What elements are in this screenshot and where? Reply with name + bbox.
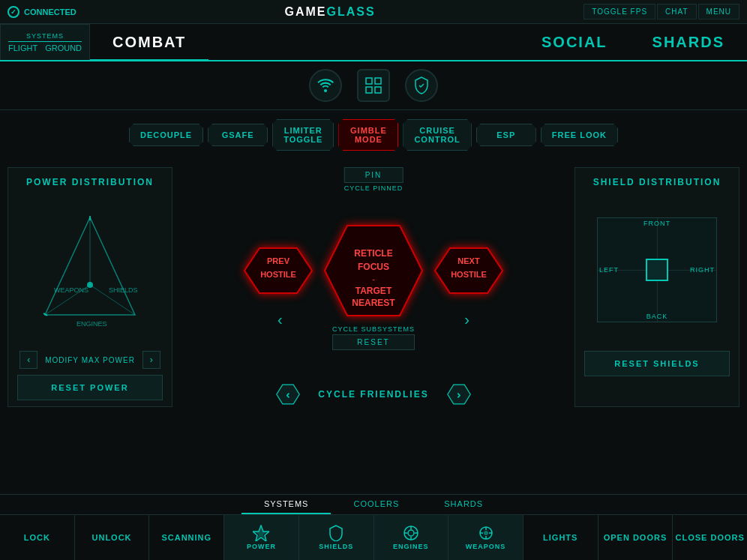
lights-label: LIGHTS [543,533,578,542]
engines-icon [403,525,419,541]
bottom-actions-row: LOCK UNLOCK SCANNING POWER SHIELDS ENGIN… [0,515,747,560]
cycle-subsystems-area: CYCLE SUBSYSTEMS RESET [332,325,415,350]
cycle-friendlies-label: CYCLE FRIENDLIES [318,389,428,400]
svg-text:NEXT: NEXT [458,256,480,265]
prev-hostile-hex[interactable]: PREV HOSTILE [237,244,320,297]
cruise-control-button[interactable]: CRUISECONTROL [403,119,471,151]
pin-button[interactable]: PIN [344,167,404,183]
mode-buttons-row: DECOUPLE GSAFE LIMITERTOGGLE GIMBLEMODE … [0,110,747,160]
power-label: POWER [247,543,276,550]
svg-text:RETICLE: RETICLE [354,248,392,259]
svg-text:HOSTILE: HOSTILE [451,270,487,279]
center-panel: PIN CYCLE PINNED ‹ › PREV HOSTILE RETICL… [180,167,567,407]
svg-rect-1 [375,78,381,84]
modify-power-row: ‹ MODIFY MAX POWER › [17,351,163,369]
tab-systems[interactable]: SYSTEMS [242,495,332,514]
nav-combat[interactable]: COMBAT [90,24,208,60]
svg-rect-0 [366,78,372,84]
lights-button[interactable]: LIGHTS [524,515,598,560]
unlock-button[interactable]: UNLOCK [75,515,150,560]
connected-label: CONNECTED [24,7,76,16]
modify-power-right-button[interactable]: › [142,351,160,369]
chat-button[interactable]: CHAT [657,4,696,19]
nav-shards[interactable]: SHARDS [630,24,747,60]
modify-power-left-button[interactable]: ‹ [20,351,38,369]
cycle-pinned-label: CYCLE PINNED [344,184,404,192]
svg-text:FOCUS: FOCUS [358,262,389,272]
svg-text:SHIELDS: SHIELDS [109,286,138,294]
connected-badge: CONNECTED [8,6,76,18]
reset-shields-button[interactable]: RESET SHIELDS [584,351,730,376]
free-look-button[interactable]: FREE LOOK [541,124,618,146]
open-doors-button[interactable]: OPEN DOORS [598,515,674,560]
svg-text:WEAPONS: WEAPONS [54,286,88,294]
next-hostile-hex[interactable]: NEXT HOSTILE [428,244,510,297]
weapons-icon-button[interactable]: WEAPONS [448,515,524,560]
shields-icon-button[interactable]: SHIELDS [299,515,374,560]
lock-button[interactable]: LOCK [0,515,75,560]
shield-left-label: LEFT [599,266,619,274]
shields-label: SHIELDS [319,543,353,550]
svg-text:PREV: PREV [267,256,290,265]
reset-power-button[interactable]: RESET POWER [17,375,163,400]
icons-row [0,61,747,110]
shield-grid[interactable]: FRONT BACK LEFT RIGHT [597,217,717,322]
shield-panel-title: SHIELD DISTRIBUTION [584,177,730,187]
nav-social[interactable]: SOCIAL [519,24,630,60]
shields-icon [328,525,344,541]
lock-label: LOCK [24,533,50,542]
limiter-toggle-button[interactable]: LIMITERTOGGLE [272,119,334,151]
shield-right-label: RIGHT [690,266,715,274]
reset-targeting-button[interactable]: RESET [332,334,415,350]
svg-text:ENGINES: ENGINES [76,320,107,328]
connected-icon [8,6,20,18]
cycle-friendlies-left-button[interactable]: ‹ [273,382,303,407]
weapons-label: WEAPONS [466,543,506,550]
shield-front-label: FRONT [644,220,670,227]
close-doors-button[interactable]: CLOSE DOORS [673,515,747,560]
top-bar: CONNECTED GAMEGLASS TOGGLE FPS CHAT MENU [0,0,747,24]
power-button[interactable]: POWER [224,515,299,560]
tab-coolers[interactable]: COOLERS [331,495,422,514]
cycle-subsystems-label: CYCLE SUBSYSTEMS [332,325,415,333]
nav-ground[interactable]: GROUND [45,43,82,52]
power-panel-title: POWER DISTRIBUTION [17,177,163,187]
open-doors-label: OPEN DOORS [604,533,668,542]
grid-icon-button[interactable] [357,69,390,102]
decouple-button[interactable]: DECOUPLE [129,124,203,146]
scanning-button[interactable]: SCANNING [149,515,224,560]
shield-panel: SHIELD DISTRIBUTION FRONT BACK LEFT RIGH… [574,167,740,407]
svg-rect-3 [375,87,381,93]
engines-icon-button[interactable]: ENGINES [374,515,449,560]
tab-shards[interactable]: SHARDS [422,495,506,514]
modify-power-label: MODIFY MAX POWER [45,356,135,364]
targeting-system: PIN CYCLE PINNED ‹ › PREV HOSTILE RETICL… [231,167,516,374]
cycle-friendlies-row: ‹ CYCLE FRIENDLIES › [273,382,473,407]
shield-icon-button[interactable] [405,69,438,102]
scanning-label: SCANNING [161,533,212,542]
svg-text:‹: ‹ [286,389,290,400]
close-doors-label: CLOSE DOORS [676,533,745,542]
menu-button[interactable]: MENU [698,4,740,19]
gsafe-button[interactable]: GSAFE [208,124,268,146]
left-arrow-bottom[interactable]: ‹ [278,311,283,328]
systems-label: SYSTEMS [8,32,82,42]
reticle-focus-hex[interactable]: RETICLE FOCUS - TARGET NEAREST [310,214,437,327]
right-arrow-bottom[interactable]: › [464,311,470,328]
svg-point-39 [484,531,488,535]
app-title: GAMEGLASS [284,5,375,19]
nav-bar: SYSTEMS FLIGHT GROUND COMBAT SOCIAL SHAR… [0,24,747,61]
wifi-icon-button[interactable] [309,69,342,102]
toggle-fps-button[interactable]: TOGGLE FPS [584,4,656,19]
svg-rect-2 [366,87,372,93]
esp-button[interactable]: ESP [476,124,536,146]
svg-text:-: - [372,274,375,283]
shield-center-indicator [646,259,668,281]
bottom-tabs-row: SYSTEMS COOLERS SHARDS [0,495,747,515]
top-actions: TOGGLE FPS CHAT MENU [584,4,740,19]
gimble-mode-button[interactable]: GIMBLEMODE [338,119,398,151]
svg-text:HOSTILE: HOSTILE [260,270,296,279]
cycle-friendlies-right-button[interactable]: › [444,382,474,407]
shield-grid-container: FRONT BACK LEFT RIGHT [584,195,730,345]
nav-flight[interactable]: FLIGHT [8,43,38,52]
